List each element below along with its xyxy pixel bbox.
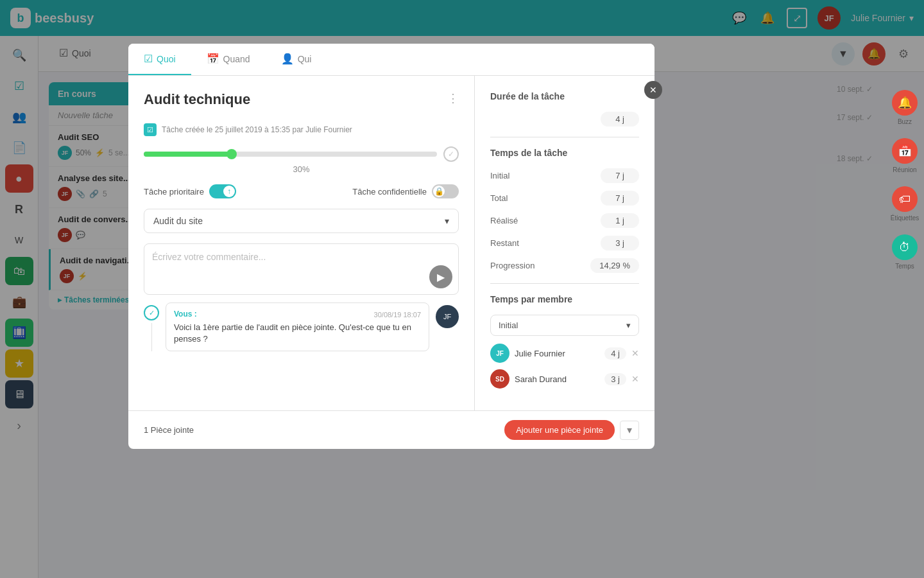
divider-2 <box>490 283 639 284</box>
realise-row: Réalisé 1 j <box>490 213 639 228</box>
comment-entry: ✓ Vous : 30/08/19 18:07 Voici la 1ère pa… <box>144 302 459 351</box>
member-1-remove[interactable]: ✕ <box>631 348 639 358</box>
etiquettes-label: Étiquettes <box>891 215 919 222</box>
progress-bar-wrap: ✓ <box>144 146 459 162</box>
initial-label: Initial <box>490 171 509 180</box>
modal-title: Audit technique <box>144 91 250 108</box>
prioritaire-label: Tâche prioritaire <box>144 187 204 197</box>
progress-section: ✓ 30% <box>144 146 459 174</box>
progression-label: Progression <box>490 261 535 270</box>
modal-close-button[interactable]: ✕ <box>644 81 662 99</box>
realise-label: Réalisé <box>490 216 518 225</box>
modal-body: Audit technique ⋮ ☑ Tâche créée le 25 ju… <box>128 76 654 410</box>
member-filter-dropdown[interactable]: Initial ▾ <box>490 315 639 336</box>
temps-par-membre-label: Temps par membre <box>490 294 639 304</box>
confidentielle-toggle[interactable]: 🔒 <box>432 184 459 198</box>
reunion-label: Réunion <box>893 166 916 173</box>
member-1-name: Julie Fournier <box>515 349 599 358</box>
attachment-dropdown-button[interactable]: ▾ <box>620 421 639 440</box>
side-panel-reunion[interactable]: 📅 Réunion <box>886 132 924 180</box>
comment-placeholder: Écrivez votre commentaire... <box>152 252 266 262</box>
comment-author: Vous : <box>174 310 197 319</box>
task-modal: ☑ Quoi 📅 Quand 👤 Qui ✕ Audit technique ⋮… <box>128 44 654 449</box>
temps-label: Temps <box>895 263 914 270</box>
modal-tab-quand-label: Quand <box>223 54 250 64</box>
lock-icon: 🔒 <box>434 187 444 196</box>
buzz-label: Buzz <box>898 118 912 125</box>
comment-area-wrap: Écrivez votre commentaire... ▶ <box>144 243 459 295</box>
duree-row: — 4 j <box>490 112 639 127</box>
chevron-down-icon: ▾ <box>445 216 449 226</box>
modal-meta-text: Tâche créée le 25 juillet 2019 à 15:35 p… <box>162 125 352 134</box>
arrow-up-icon: ↑ <box>227 187 231 196</box>
toggle-knob: ↑ <box>223 186 235 197</box>
comment-check-icon: ✓ <box>144 305 159 320</box>
comment-date: 30/08/19 18:07 <box>374 311 421 319</box>
duree-label: Durée de la tâche <box>490 91 639 101</box>
temps-label: Temps de la tâche <box>490 148 639 158</box>
prioritaire-toggle[interactable]: ↑ <box>209 184 236 198</box>
buzz-icon-circle: 🔔 <box>892 90 918 116</box>
modal-left-panel: Audit technique ⋮ ☑ Tâche créée le 25 ju… <box>128 76 475 410</box>
restant-label: Restant <box>490 238 519 248</box>
comment-left: ✓ <box>144 302 159 351</box>
modal-tab-quand-icon: 📅 <box>207 53 219 65</box>
comment-text: Voici la 1ère partie de l'audit en pièce… <box>174 322 411 344</box>
member-2-remove[interactable]: ✕ <box>631 374 639 384</box>
modal-tab-qui-icon: 👤 <box>281 53 294 65</box>
task-confidentielle: Tâche confidentielle 🔒 <box>352 184 459 198</box>
member-row-2: SD Sarah Durand 3 j ✕ <box>490 369 639 389</box>
member-1-time: 4 j <box>604 347 626 360</box>
modal-tab-quoi[interactable]: ☑ Quoi <box>128 44 191 75</box>
progress-thumb <box>227 149 237 159</box>
side-panel-buzz[interactable]: 🔔 Buzz <box>886 83 924 132</box>
total-label: Total <box>490 193 508 203</box>
confidentielle-label: Tâche confidentielle <box>352 187 427 197</box>
divider-1 <box>490 137 639 137</box>
member-2-avatar: SD <box>490 369 509 389</box>
modal-more-button[interactable]: ⋮ <box>447 91 459 105</box>
progress-bar-bg[interactable] <box>144 152 437 157</box>
modal-tab-quand[interactable]: 📅 Quand <box>191 44 266 75</box>
modal-tab-qui-label: Qui <box>298 54 312 64</box>
add-attachment-button[interactable]: Ajouter une pièce jointe <box>504 420 615 440</box>
total-row: Total 7 j <box>490 191 639 206</box>
chevron-down-icon: ▾ <box>626 320 631 330</box>
total-value: 7 j <box>601 191 639 206</box>
modal-meta: ☑ Tâche créée le 25 juillet 2019 à 15:35… <box>144 123 459 136</box>
category-dropdown[interactable]: Audit du site ▾ <box>144 209 459 233</box>
member-row-1: JF Julie Fournier 4 j ✕ <box>490 344 639 363</box>
footer-buttons: Ajouter une pièce jointe ▾ <box>504 420 639 440</box>
duree-value: 4 j <box>601 112 639 127</box>
progress-check[interactable]: ✓ <box>443 146 459 162</box>
modal-right-panel: Durée de la tâche — 4 j Temps de la tâch… <box>475 76 654 410</box>
restant-value: 3 j <box>601 236 639 250</box>
modal-tab-quoi-label: Quoi <box>157 54 176 64</box>
commenter-avatar: JF <box>436 305 459 328</box>
modal-tab-qui[interactable]: 👤 Qui <box>266 44 327 75</box>
restant-row: Restant 3 j <box>490 236 639 250</box>
side-panel-temps[interactable]: ⏱ Temps <box>886 228 924 276</box>
meta-icon: ☑ <box>144 123 157 136</box>
progress-percent: 30% <box>144 164 459 174</box>
comment-body: Vous : 30/08/19 18:07 Voici la 1ère part… <box>166 302 429 351</box>
member-2-time: 3 j <box>604 373 626 385</box>
comment-input[interactable]: Écrivez votre commentaire... <box>144 243 459 295</box>
progression-row: Progression 14,29 % <box>490 258 639 273</box>
etiquettes-icon-circle: 🏷 <box>892 186 918 212</box>
progress-bar-fill <box>144 152 232 157</box>
toggle-off-knob: 🔒 <box>433 186 445 197</box>
reunion-icon-circle: 📅 <box>892 138 918 164</box>
dropdown-value: Audit du site <box>153 216 203 226</box>
task-options: Tâche prioritaire ↑ Tâche confidentielle… <box>144 184 459 198</box>
member-2-name: Sarah Durand <box>515 374 599 384</box>
initial-row: Initial 7 j <box>490 168 639 183</box>
member-1-avatar: JF <box>490 344 509 363</box>
task-prioritaire: Tâche prioritaire ↑ <box>144 184 236 198</box>
floating-side-panel: 🔔 Buzz 📅 Réunion 🏷 Étiquettes ⏱ Temps <box>886 83 924 276</box>
initial-value: 7 j <box>601 168 639 183</box>
realise-value: 1 j <box>601 213 639 228</box>
comment-send-button[interactable]: ▶ <box>429 265 452 288</box>
side-panel-etiquettes[interactable]: 🏷 Étiquettes <box>886 180 924 228</box>
modal-tabs: ☑ Quoi 📅 Quand 👤 Qui <box>128 44 654 76</box>
